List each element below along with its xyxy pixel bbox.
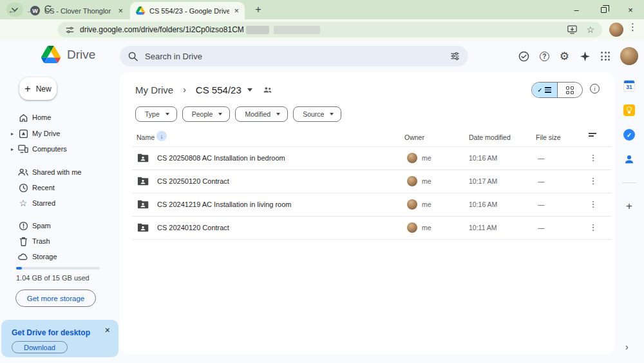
chevron-down-icon [330, 113, 334, 115]
tab-google-drive[interactable]: CS 554/23 - Google Drive × [130, 2, 245, 19]
sort-options-icon[interactable] [589, 133, 596, 137]
get-more-storage-button[interactable]: Get more storage [15, 289, 96, 307]
help-icon[interactable]: ? [540, 52, 549, 61]
sidebar-item-label: Recent [32, 184, 55, 191]
new-button[interactable]: + New [19, 77, 57, 100]
folder-dropdown-caret-icon[interactable] [247, 88, 252, 92]
sidebar-item-label: Storage [32, 253, 57, 260]
hide-side-panel-icon[interactable]: › [625, 342, 629, 352]
new-button-label: New [36, 84, 52, 93]
tab-title: CS 554/23 - Google Drive [149, 7, 229, 15]
column-header-owner[interactable]: Owner [404, 133, 424, 141]
sidebar-item-spam[interactable]: Spam [0, 218, 118, 233]
address-bar[interactable]: drive.google.com/drive/folders/1i2Cp0izs… [58, 22, 602, 37]
row-more-actions-icon[interactable]: ⋮ [589, 146, 598, 170]
apps-grid-icon[interactable] [601, 52, 610, 61]
folder-shared-icon[interactable] [263, 86, 272, 93]
get-add-ons-icon[interactable]: + [623, 201, 635, 212]
sidebar-item-starred[interactable]: ☆ Starred [0, 195, 118, 211]
filter-chip-people[interactable]: People [182, 106, 231, 122]
column-header-date-modified[interactable]: Date modified [469, 133, 511, 141]
bulb-icon [627, 106, 632, 112]
drive-icon [136, 6, 145, 15]
forward-button[interactable]: → [24, 5, 37, 16]
row-more-actions-icon[interactable]: ⋮ [589, 216, 598, 239]
owner-label: me [422, 170, 431, 193]
sort-direction-icon[interactable]: ↓ [156, 131, 167, 141]
chip-label: Source [303, 110, 324, 118]
banner-close-icon[interactable]: × [105, 325, 110, 335]
storage-usage-text: 1.04 GB of 15 GB used [16, 274, 90, 282]
owner-avatar [407, 199, 417, 210]
drive-logo[interactable]: Drive [41, 46, 95, 63]
close-window-button[interactable]: × [617, 0, 644, 19]
tab-close-icon[interactable]: × [234, 6, 239, 15]
file-row[interactable]: CS 20241219 AC Installation in living ro… [119, 193, 615, 216]
row-more-actions-icon[interactable]: ⋮ [589, 193, 598, 216]
reload-icon [44, 5, 52, 13]
owner-label: me [422, 146, 431, 170]
sidebar-item-storage[interactable]: Storage [0, 249, 118, 264]
download-button[interactable]: Download [12, 341, 68, 353]
reload-button[interactable] [41, 4, 54, 15]
chevron-down-icon [166, 113, 169, 115]
expand-caret-icon[interactable]: ▸ [11, 146, 14, 152]
back-button[interactable]: ← [6, 5, 19, 16]
search-options-icon[interactable] [450, 52, 460, 61]
sidebar-item-home[interactable]: Home [0, 110, 118, 125]
sidebar-item-my-drive[interactable]: ▸ My Drive [0, 126, 118, 141]
browser-profile-avatar[interactable] [609, 23, 623, 37]
grid-view-button[interactable] [558, 83, 583, 97]
contacts-icon[interactable] [623, 153, 635, 165]
tasks-icon[interactable]: ✓ [623, 129, 635, 141]
plus-icon: + [24, 83, 30, 95]
calendar-icon[interactable]: 31 [623, 80, 635, 92]
bulb-base [628, 112, 630, 113]
details-info-icon[interactable]: i [590, 84, 600, 93]
url-redacted-segment [246, 26, 269, 34]
owner-avatar [407, 176, 417, 186]
offline-status-icon[interactable] [518, 51, 529, 62]
filter-chip-source[interactable]: Source [293, 106, 341, 122]
tab-close-icon[interactable]: × [118, 6, 123, 15]
restore-button[interactable] [590, 0, 617, 19]
bookmark-star-icon[interactable]: ☆ [586, 25, 594, 35]
column-header-name[interactable]: Name [137, 133, 155, 141]
date-modified: 10:16 AM [469, 193, 497, 216]
browser-menu-icon[interactable]: ⋮ [628, 21, 637, 33]
search-input[interactable] [145, 52, 450, 61]
chip-label: Modified [245, 110, 270, 118]
breadcrumb-my-drive[interactable]: My Drive [135, 84, 173, 95]
check-icon: ✓ [537, 87, 542, 93]
file-row[interactable]: CS 20250808 AC Installation in bedroom m… [119, 146, 615, 170]
column-header-file-size[interactable]: File size [536, 133, 561, 141]
sidebar-item-trash[interactable]: Trash [0, 233, 118, 249]
minimize-button[interactable]: – [563, 0, 590, 19]
expand-caret-icon[interactable]: ▸ [11, 131, 14, 137]
install-app-icon[interactable] [567, 25, 577, 34]
gemini-sparkle-icon[interactable] [580, 51, 591, 62]
breadcrumb-current-folder[interactable]: CS 554/23 [196, 84, 242, 95]
file-table-header: Name ↓ Owner Date modified File size [119, 129, 615, 146]
date-modified: 10:16 AM [469, 146, 497, 170]
file-size: — [538, 193, 545, 216]
account-avatar[interactable] [620, 47, 638, 65]
filter-chip-type[interactable]: Type [135, 106, 177, 122]
list-view-button[interactable]: ✓ [532, 83, 558, 97]
new-tab-button[interactable]: + [251, 3, 265, 17]
filter-chip-bar: Type People Modified Source [135, 106, 341, 122]
sidebar-item-shared-with-me[interactable]: Shared with me [0, 164, 118, 180]
filter-chip-modified[interactable]: Modified [235, 106, 288, 122]
sidebar-item-recent[interactable]: Recent [0, 180, 118, 195]
tab-wordpress-site[interactable]: W CS - Clover Thonglor × [24, 2, 129, 19]
keep-icon[interactable] [623, 104, 635, 116]
file-row[interactable]: CS 20250120 Contract me 10:17 AM — ⋮ [119, 170, 615, 193]
date-modified: 10:17 AM [469, 170, 497, 193]
drive-search-bar[interactable] [120, 46, 468, 66]
site-info-icon[interactable] [66, 26, 74, 34]
settings-gear-icon[interactable]: ⚙ [560, 51, 569, 62]
sidebar-item-computers[interactable]: ▸ Computers [0, 141, 118, 157]
file-row[interactable]: CS 20240120 Contract me 10:11 AM — ⋮ [119, 216, 615, 239]
row-more-actions-icon[interactable]: ⋮ [589, 170, 598, 193]
breadcrumb: My Drive › CS 554/23 [135, 81, 272, 98]
